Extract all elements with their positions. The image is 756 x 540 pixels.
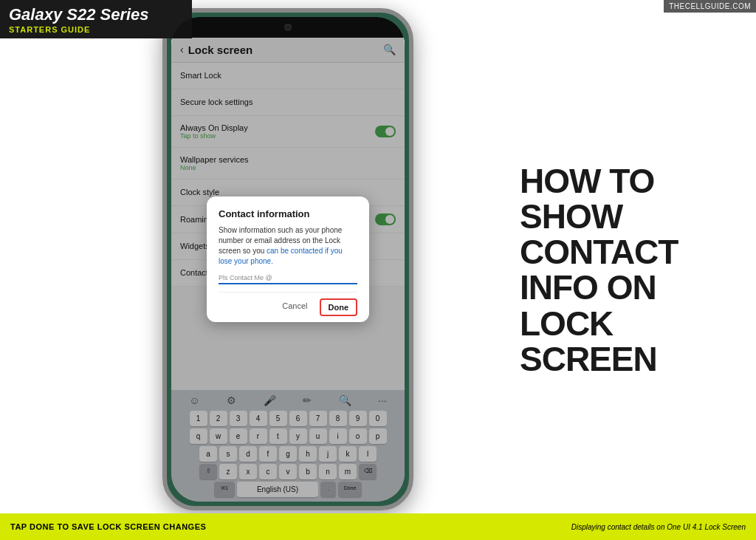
phone-wrapper: ‹ Lock screen 🔍 Smart Lock <box>37 7 539 510</box>
modal-desc-link: can be contacted if you lose your phone. <box>219 247 343 265</box>
brand-title: Galaxy S22 Series <box>9 6 183 24</box>
bottom-bar: TAP DONE TO SAVE LOCK SCREEN CHANGES Dis… <box>0 513 756 540</box>
bottom-right-text: Displaying contact details on One UI 4.1… <box>571 523 746 531</box>
modal-title: Contact information <box>219 208 357 219</box>
modal-overlay: Contact information Show information suc… <box>171 17 405 502</box>
cancel-button[interactable]: Cancel <box>276 298 313 316</box>
phone-shell: ‹ Lock screen 🔍 Smart Lock <box>162 8 413 510</box>
modal-buttons: Cancel Done <box>219 292 357 322</box>
main-heading: HOW TO SHOW CONTACT INFO ON LOCK SCREEN <box>520 163 741 377</box>
contact-info-dialog: Contact information Show information suc… <box>207 196 369 322</box>
watermark: THECELLGUIDE.COM <box>664 0 756 13</box>
done-button[interactable]: Done <box>320 298 358 316</box>
modal-description: Show information such as your phone numb… <box>219 225 357 267</box>
contact-input[interactable] <box>274 274 357 281</box>
brand-subtitle: STARTERS GUIDE <box>9 25 183 34</box>
bottom-left-text: TAP DONE TO SAVE LOCK SCREEN CHANGES <box>10 522 206 531</box>
input-label: Pls Contact Me @ <box>219 274 272 281</box>
modal-input-row: Pls Contact Me @ <box>219 274 357 284</box>
branding-block: Galaxy S22 Series STARTERS GUIDE <box>0 0 192 38</box>
phone-screen: ‹ Lock screen 🔍 Smart Lock <box>171 17 405 502</box>
